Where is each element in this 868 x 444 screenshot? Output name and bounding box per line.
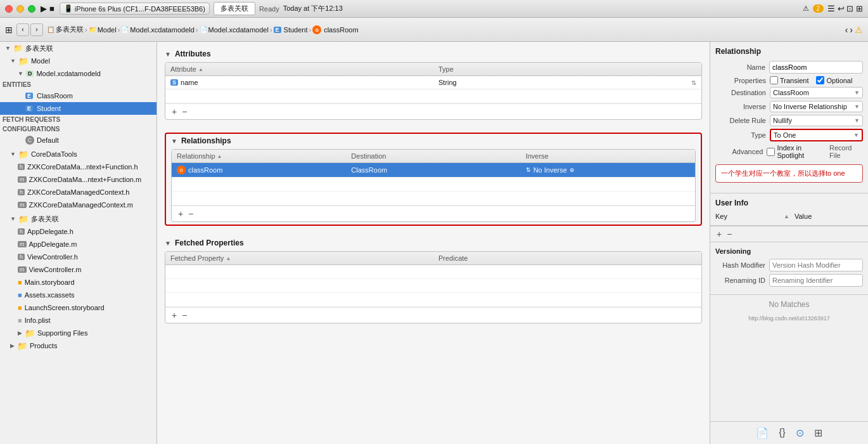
fullscreen-button[interactable] [28,5,35,13]
nav-back-button[interactable]: ‹ [16,23,29,36]
hash-modifier-input[interactable] [769,259,863,271]
stop-icon[interactable]: ■ [49,4,54,13]
breadcrumb-item-1[interactable]: 📁 Model [89,26,117,34]
sidebar-item-file3[interactable]: h ZXKCoreDataManagedContext.h [0,186,156,199]
sidebar-item-file4[interactable]: m ZXKCoreDataManagedContext.m [0,199,156,211]
breadcrumb-item-4[interactable]: E Student [274,26,308,34]
minimize-button[interactable] [16,5,24,13]
sidebar-item-viewcontroller-h[interactable]: h ViewController.h [0,251,156,263]
remove-attribute-button[interactable]: − [181,107,188,117]
add-relationship-button[interactable]: + [177,209,184,219]
relationship-panel-title: Relationship [715,47,863,56]
index-spotlight-label[interactable]: Index in Spotlight [767,144,827,159]
sidebar-item-file1[interactable]: h ZXKCoreDataMa...ntext+Function.h [0,160,156,173]
relationships-triangle[interactable]: ▼ [171,138,177,145]
type-label: Type [715,131,766,139]
sidebar-item-project[interactable]: ▼ 📁 多表关联 [0,42,156,55]
renaming-id-input[interactable] [769,274,863,287]
h-icon: h [18,228,25,235]
attributes-triangle[interactable]: ▼ [165,51,171,58]
delete-rule-select[interactable]: Nullify ▼ [770,115,863,126]
project-icon: 📁 [13,44,23,53]
sidebar-item-xcdatamodeld[interactable]: ▼ D Model.xcdatamodeld [0,67,156,80]
destination-select[interactable]: ClassRoom ▼ [770,87,863,98]
m-icon: m [18,176,27,183]
scheme-selector[interactable]: 📱 iPhone 6s Plus (CF1...F-DA38FEEE53B6) [60,3,210,15]
add-attribute-button[interactable]: + [170,107,178,117]
expand-icon: ▼ [10,216,16,222]
attributes-actions: + − [165,103,701,119]
transient-checkbox[interactable] [770,76,778,84]
breadcrumb-item-2[interactable]: 📄 Model.xcdatamodeld [121,26,195,34]
tab-label[interactable]: 多表关联 [214,2,255,15]
sidebar-item-viewcontroller-m[interactable]: m ViewController.m [0,263,156,276]
chevron-down-icon: ▼ [854,89,860,96]
attributes-table: Attribute ▲ Type S name String ⇅ [165,62,702,120]
optional-checkbox[interactable] [816,76,824,84]
type-value: To One [774,131,853,139]
close-button[interactable] [5,5,13,13]
optional-checkbox-label[interactable]: Optional [816,76,852,84]
m-icon: m [18,241,27,247]
model-bottom-icon[interactable]: ⊙ [796,427,804,439]
breadcrumb-item-5[interactable]: o classRoom [312,25,358,34]
sidebar-item-supporting[interactable]: ▶ 📁 Supporting Files [0,327,156,339]
relationship-row-classroom[interactable]: o classRoom ClassRoom ⇅ No Inverse ⊕ [172,163,695,178]
main-layout: ▼ 📁 多表关联 ▼ 📁 Model ▼ D Model.xcdatamodel… [0,42,868,444]
traffic-lights [5,5,35,13]
breadcrumb-item-3[interactable]: 📄 Model.xcdatamodel [200,26,269,34]
mainstoryboard-label: Main.storyboard [25,278,75,286]
inverse-select[interactable]: No Inverse Relationship ▼ [770,101,863,112]
sidebar-item-app-group[interactable]: ▼ 📁 多表关联 [0,212,156,225]
inverse-col-header: Inverse [521,150,695,162]
project-label: 多表关联 [25,44,53,53]
folder-icon: 📁 [18,150,29,159]
launch-icon: ■ [18,304,22,311]
fetched-triangle[interactable]: ▼ [165,240,171,247]
type-select[interactable]: To One ▼ [770,129,863,141]
breadcrumb-forward-icon[interactable]: › [850,25,853,35]
m-icon: m [18,202,27,208]
play-icon[interactable]: ▶ [41,4,47,13]
file-icon[interactable]: 📄 [756,427,769,439]
sidebar-item-model[interactable]: ▼ 📁 Model [0,55,156,67]
remove-fetched-button[interactable]: − [181,310,188,320]
grid-bottom-icon[interactable]: ⊞ [814,427,822,439]
expand-icon: ▼ [18,70,23,77]
sidebar-item-student[interactable]: E Student [0,102,156,115]
sidebar-item-mainstoryboard[interactable]: ■ Main.storyboard [0,276,156,289]
sidebar-item-products[interactable]: ▶ 📁 Products [0,339,156,352]
destination-value: ClassRoom [773,89,854,96]
titlebar-icons: ▶ ■ [41,4,54,13]
index-spotlight-checkbox[interactable] [767,148,775,156]
nav-arrows[interactable]: ‹ › [16,23,43,36]
sidebar-item-appdelegate-h[interactable]: h AppDelegate.h [0,225,156,238]
nav-forward-button[interactable]: › [30,23,43,36]
sidebar-item-default[interactable]: C Default [0,134,156,147]
breadcrumb-item-0[interactable]: 📋 多表关联 [47,25,84,34]
sidebar-item-file2[interactable]: m ZXKCoreDataMa...ntext+Function.m [0,173,156,186]
add-user-info-button[interactable]: + [715,229,723,239]
fetched-header: ▼ Fetched Properties [165,238,702,247]
stepper-icon[interactable]: ⇅ [691,79,696,86]
inverse-field-row: Inverse No Inverse Relationship ▼ [715,101,863,112]
sidebar-item-infoplist[interactable]: ■ Info.plist [0,314,156,327]
remove-user-info-button[interactable]: − [725,229,733,239]
sidebar-item-launchscreen[interactable]: ■ LaunchScreen.storyboard [0,301,156,314]
folder-icon: 📁 [17,341,27,351]
sidebar-item-appdelegate-m[interactable]: m AppDelegate.m [0,238,156,251]
sidebar-item-assets[interactable]: ■ Assets.xcassets [0,289,156,301]
chevron-down-icon: ▼ [854,117,860,124]
breadcrumb-back-icon[interactable]: ‹ [845,25,848,35]
coredatatools-label: CoreDataTools [31,150,77,158]
sidebar-item-coredatatools[interactable]: ▼ 📁 CoreDataTools [0,148,156,160]
add-fetched-button[interactable]: + [170,310,178,320]
sidebar-item-classroom[interactable]: E ClassRoom [0,89,156,102]
right-panel: Relationship Name Properties Transient O… [710,42,868,444]
name-input[interactable] [769,61,863,74]
transient-checkbox-label[interactable]: Transient [770,76,808,84]
xcdatamodeld-icon: D [26,70,34,77]
remove-relationship-button[interactable]: − [187,209,195,219]
appdelegate-h-label: AppDelegate.h [27,228,73,235]
code-icon[interactable]: {} [779,427,786,439]
